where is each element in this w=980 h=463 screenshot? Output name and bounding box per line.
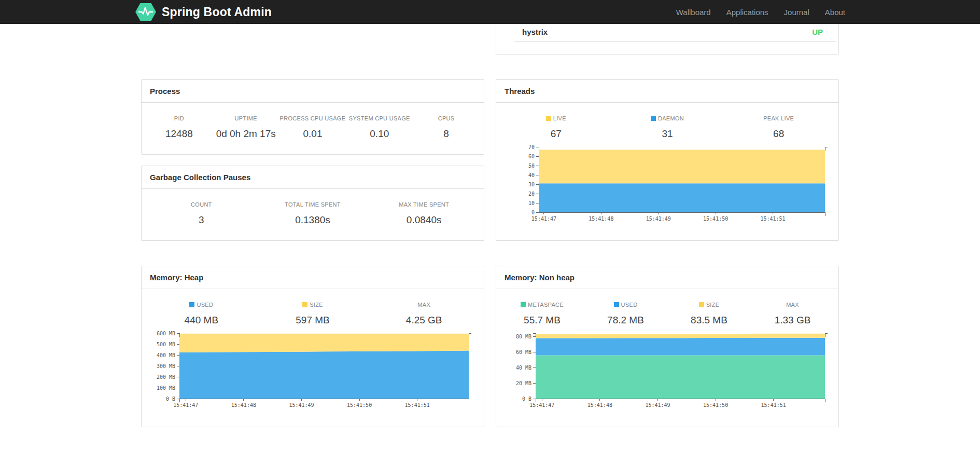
stat-label: DAEMON — [612, 115, 723, 121]
stat-max: MAX 1.33 GB — [751, 302, 834, 326]
threads-stats: LIVE 67 DAEMON 31 PEAK LIVE 68 — [496, 103, 838, 140]
nav-link-wallboard[interactable]: Wallboard — [676, 8, 711, 17]
svg-text:15:41:50: 15:41:50 — [347, 402, 372, 408]
svg-text:15:41:48: 15:41:48 — [231, 402, 256, 408]
nav-link-about[interactable]: About — [825, 8, 845, 17]
threads-area-chart: 01020304050607015:41:4715:41:4815:41:491… — [496, 140, 838, 227]
svg-text:200 MB: 200 MB — [157, 374, 175, 380]
memory-nonheap-area-chart: 0 B20 MB40 MB60 MB80 MB15:41:4715:41:481… — [496, 326, 838, 413]
stat-max: MAX 4.25 GB — [368, 302, 480, 326]
svg-text:50: 50 — [528, 163, 535, 169]
svg-text:15:41:50: 15:41:50 — [703, 216, 728, 222]
svg-text:15:41:50: 15:41:50 — [703, 402, 728, 408]
svg-text:0 B: 0 B — [166, 396, 175, 402]
stat-size: SIZE 83.5 MB — [667, 302, 751, 326]
stat-label: PEAK LIVE — [723, 115, 834, 121]
svg-text:40 MB: 40 MB — [516, 365, 531, 371]
stat-label: MAX — [751, 302, 834, 308]
stat-size: SIZE 597 MB — [257, 302, 369, 326]
brand[interactable]: Spring Boot Admin — [135, 2, 272, 22]
svg-text:15:41:51: 15:41:51 — [760, 216, 785, 222]
stat-pid: PID 12488 — [146, 115, 213, 140]
stat-label: UPTIME — [213, 115, 279, 121]
main-content: hystrix UP Process PID 12488 UPTIME 0d 0… — [141, 24, 839, 450]
svg-text:0 B: 0 B — [522, 396, 531, 402]
gc-stats: COUNT 3 TOTAL TIME SPENT 0.1380s MAX TIM… — [142, 189, 484, 239]
panel-title: Memory: Heap — [142, 266, 484, 289]
stat-value: 78.2 MB — [584, 315, 667, 326]
stat-uptime: UPTIME 0d 0h 2m 17s — [213, 115, 279, 140]
svg-text:80 MB: 80 MB — [516, 334, 531, 339]
svg-text:400 MB: 400 MB — [157, 352, 175, 358]
status-row-border: hystrix UP — [514, 24, 836, 42]
stat-label: MAX — [368, 302, 480, 308]
stat-value: 597 MB — [257, 315, 369, 326]
stat-peak-live: PEAK LIVE 68 — [723, 115, 834, 140]
stat-system-cpu-usage: SYSTEM CPU USAGE 0.10 — [346, 115, 413, 140]
svg-text:60: 60 — [528, 154, 535, 159]
stat-label: TOTAL TIME SPENT — [257, 201, 369, 208]
svg-text:30: 30 — [528, 182, 535, 187]
svg-text:10: 10 — [528, 200, 535, 206]
stat-value: 55.7 MB — [500, 315, 584, 326]
svg-text:15:41:47: 15:41:47 — [529, 402, 554, 408]
svg-text:15:41:49: 15:41:49 — [645, 402, 670, 408]
stat-value: 1.33 GB — [751, 315, 834, 326]
memory-heap-area-chart: 0 B100 MB200 MB300 MB400 MB500 MB600 MB1… — [142, 326, 484, 413]
nav-link-applications[interactable]: Applications — [726, 8, 768, 17]
stat-value: 67 — [500, 128, 612, 140]
stat-process-cpu-usage: PROCESS CPU USAGE 0.01 — [279, 115, 346, 140]
svg-text:0: 0 — [531, 210, 535, 215]
stat-metaspace: METASPACE 55.7 MB — [500, 302, 584, 326]
brand-title: Spring Boot Admin — [162, 5, 272, 19]
nonheap-stats: METASPACE 55.7 MB USED 78.2 MB SIZE 83.5… — [496, 289, 838, 326]
stat-value: 31 — [612, 128, 723, 140]
status-badge: UP — [812, 28, 823, 36]
stat-label: METASPACE — [500, 302, 584, 308]
panel-title: Memory: Non heap — [496, 266, 838, 289]
svg-text:15:41:48: 15:41:48 — [587, 402, 612, 408]
process-panel: Process PID 12488 UPTIME 0d 0h 2m 17s PR… — [141, 79, 484, 155]
stat-max-time-spent: MAX TIME SPENT 0.0840s — [368, 201, 480, 226]
svg-text:20: 20 — [528, 191, 535, 197]
stat-label: PROCESS CPU USAGE — [279, 115, 346, 121]
svg-text:40: 40 — [528, 172, 535, 178]
svg-text:15:41:51: 15:41:51 — [405, 402, 430, 408]
heap-stats: USED 440 MB SIZE 597 MB MAX 4.25 GB — [142, 289, 484, 326]
size-legend-swatch — [699, 302, 704, 307]
svg-text:15:41:51: 15:41:51 — [761, 402, 786, 408]
nav-link-journal[interactable]: Journal — [784, 8, 809, 17]
stat-value: 3 — [146, 214, 257, 226]
panel-title: Threads — [496, 80, 838, 103]
stat-label: SYSTEM CPU USAGE — [346, 115, 413, 121]
nav-links: Wallboard Applications Journal About — [661, 8, 845, 17]
stat-value: 0.1380s — [257, 214, 369, 226]
svg-text:15:41:49: 15:41:49 — [646, 216, 671, 222]
stat-label: USED — [584, 302, 667, 308]
svg-text:15:41:47: 15:41:47 — [173, 402, 198, 408]
svg-text:20 MB: 20 MB — [516, 380, 531, 386]
stat-label: PID — [146, 115, 213, 121]
live-legend-swatch — [546, 116, 551, 121]
stat-value: 0.01 — [279, 128, 346, 140]
stat-label: LIVE — [500, 115, 612, 121]
svg-text:60 MB: 60 MB — [516, 349, 531, 355]
stat-value: 440 MB — [146, 315, 257, 326]
stat-value: 12488 — [146, 128, 213, 140]
svg-text:15:41:49: 15:41:49 — [289, 402, 314, 408]
process-stats: PID 12488 UPTIME 0d 0h 2m 17s PROCESS CP… — [142, 103, 484, 153]
pulse-hexagon-icon — [135, 2, 157, 22]
stat-count: COUNT 3 — [146, 201, 257, 226]
used-legend-swatch — [189, 302, 194, 307]
stat-value: 0.10 — [346, 128, 413, 140]
stat-label: SIZE — [257, 302, 369, 308]
stat-value: 83.5 MB — [667, 315, 751, 326]
svg-text:15:41:47: 15:41:47 — [531, 216, 556, 222]
application-status-row[interactable]: hystrix UP — [514, 24, 836, 41]
garbage-collection-panel: Garbage Collection Pauses COUNT 3 TOTAL … — [141, 166, 484, 241]
application-status-panel: hystrix UP — [496, 24, 839, 55]
stat-live: LIVE 67 — [500, 115, 612, 140]
used-legend-swatch — [614, 302, 619, 307]
stat-label: CPUS — [413, 115, 480, 121]
application-name-link[interactable]: hystrix — [522, 28, 548, 36]
